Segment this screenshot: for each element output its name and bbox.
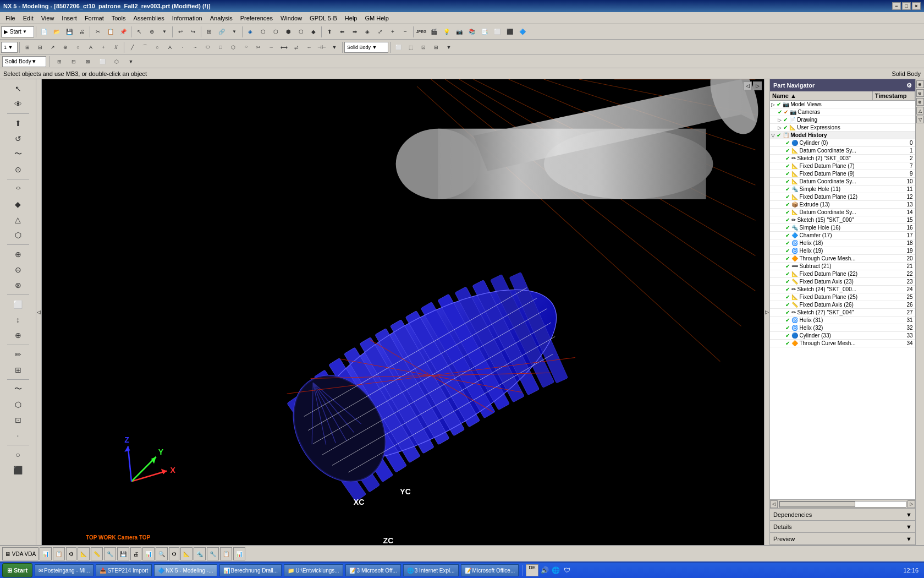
fillet-button[interactable]: ⌔ — [240, 41, 252, 53]
snap-text[interactable]: A — [85, 41, 97, 53]
viewport-3d[interactable]: X Y Z XC YC ZC TOP WORK Camera TOP ◁ ▷ — [42, 79, 764, 545]
tb-app-btn-2[interactable]: 📊 — [40, 547, 52, 560]
tb-app-btn-9[interactable]: 🖨 — [130, 547, 141, 560]
select-button[interactable]: ↖ — [133, 26, 145, 38]
menu-view[interactable]: View — [38, 14, 58, 23]
menu-tools[interactable]: Tools — [108, 14, 129, 23]
solid-dropdown[interactable]: Solid Body ▼ — [344, 42, 388, 53]
taskbar-app-posteingang[interactable]: ✉ Posteingang - Mi... — [35, 564, 94, 576]
boolean-tool[interactable]: ⊕ — [6, 247, 30, 261]
offset-button[interactable]: ⟷ — [278, 41, 290, 53]
ref4-button[interactable]: ⊞ — [430, 41, 442, 53]
preview-section[interactable]: Preview ▼ — [770, 533, 915, 545]
select-tool[interactable]: ↖ — [6, 81, 30, 96]
render-button[interactable]: ⬡ — [257, 26, 269, 38]
nav-row-user-expr[interactable]: ▷ ✔ 📐 User Expressions — [770, 124, 915, 132]
filter-btn-1[interactable]: ⊞ — [53, 56, 65, 68]
nav-row-helix-18[interactable]: ✔ 🌀 Helix (18) 18 — [770, 239, 915, 247]
layer2-button[interactable]: 📑 — [479, 26, 491, 38]
snap-arc[interactable]: ○ — [72, 41, 84, 53]
ref2-button[interactable]: ⬚ — [405, 41, 417, 53]
tb-app-btn-15[interactable]: 🔧 — [207, 547, 219, 560]
menu-window[interactable]: Window — [277, 14, 305, 23]
top-view-button[interactable]: ⬆ — [323, 26, 336, 38]
trim-button[interactable]: ✂ — [252, 41, 265, 53]
nav-row-fdp-9[interactable]: ✔ 📐 Fixed Datum Plane (9) 9 — [770, 170, 915, 178]
shade2-button[interactable]: ⬡ — [295, 26, 307, 38]
filter-btn-5[interactable]: ⬡ — [111, 56, 123, 68]
snap2-button[interactable]: ⊞ — [203, 26, 215, 38]
sphere-tool[interactable]: ○ — [6, 448, 30, 462]
fillet-tool[interactable]: ⌔ — [6, 182, 30, 196]
taskbar-app-msoff2[interactable]: 📝 Microsoft Office... — [461, 564, 519, 576]
nav-row-datum-cs-14[interactable]: ✔ 📐 Datum Coordinate Sy... 14 — [770, 209, 915, 216]
view-tool[interactable]: 👁 — [6, 97, 30, 111]
start-button[interactable]: ⊞ Start — [2, 563, 32, 577]
snap-int[interactable]: + — [97, 41, 109, 53]
nav-row-helix-19[interactable]: ✔ 🌀 Helix (19) 19 — [770, 247, 915, 255]
minimize-button[interactable]: − — [892, 2, 901, 10]
tb-app-btn-11[interactable]: 🔍 — [156, 547, 168, 560]
surface-tool[interactable]: ⬡ — [6, 397, 30, 412]
nav-row-fdp-7[interactable]: ✔ 📐 Fixed Datum Plane (7) 7 — [770, 162, 915, 170]
cut-button[interactable]: ✂ — [92, 26, 104, 38]
menu-preferences[interactable]: Preferences — [237, 14, 276, 23]
menu-analysis[interactable]: Analysis — [207, 14, 236, 23]
nav-row-cylinder-0[interactable]: ✔ 🔵 Cylinder (0) 0 — [770, 139, 915, 147]
snap-all[interactable]: ⊞ — [21, 41, 34, 53]
cam-button[interactable]: 📷 — [453, 26, 465, 38]
movie-button[interactable]: 🎬 — [428, 26, 440, 38]
collapse-right[interactable]: ▷ — [764, 79, 769, 545]
layer4-button[interactable]: ⬛ — [504, 26, 516, 38]
extend-button[interactable]: → — [265, 41, 277, 53]
zoom-out-button[interactable]: − — [399, 26, 411, 38]
menu-format[interactable]: Format — [81, 14, 107, 23]
tb-app-btn-5[interactable]: 📐 — [78, 547, 90, 560]
nav-row-chamfer-17[interactable]: ✔ 🔷 Chamfer (17) 17 — [770, 232, 915, 239]
taskbar-app-berechnung[interactable]: 📊 Berechnung Drall... — [219, 564, 282, 576]
circle-button[interactable]: ○ — [151, 41, 163, 53]
datum-cs-tool[interactable]: ⊕ — [6, 328, 30, 342]
dim-button[interactable]: ⊣⊢ — [316, 41, 328, 53]
nav-row-drawing[interactable]: ▷ ✔ 📄 Drawing — [770, 116, 915, 124]
gutter-btn-5[interactable]: ▽ — [916, 116, 924, 123]
revolve-tool[interactable]: ↺ — [6, 132, 30, 146]
ref5-button[interactable]: ▼ — [443, 41, 455, 53]
collapse-right-arrow[interactable]: ▷ — [753, 81, 762, 90]
tb-app-btn-3[interactable]: 📋 — [53, 547, 65, 560]
filter-dropdown[interactable]: Solid Body ▼ — [2, 56, 46, 67]
snap-button[interactable]: ⊕ — [146, 26, 158, 38]
ellipse-button[interactable]: ⬭ — [202, 41, 214, 53]
gutter-btn-3[interactable]: ⊗ — [916, 98, 924, 106]
nav-row-sketch-15[interactable]: ✔ ✏ Sketch (15) "SKT_000" 15 — [770, 216, 915, 224]
sketch2-tool[interactable]: ⊞ — [6, 363, 30, 377]
maximize-button[interactable]: □ — [902, 2, 911, 10]
nav-row-extrude-13[interactable]: ✔ 📦 Extrude (13) 13 — [770, 201, 915, 209]
draft-tool[interactable]: △ — [6, 212, 30, 227]
front-view-button[interactable]: ⬅ — [336, 26, 348, 38]
point-button[interactable]: · — [177, 41, 189, 53]
magnet2-button[interactable]: ▼ — [228, 26, 240, 38]
snap-end[interactable]: ↗ — [47, 41, 59, 53]
datum-axis-tool[interactable]: ↕ — [6, 313, 30, 327]
tb-app-btn-12[interactable]: ⚙ — [169, 547, 179, 560]
tb-app-btn-16[interactable]: 📋 — [220, 547, 232, 560]
hole-tool[interactable]: ⊙ — [6, 162, 30, 177]
nav-row-helix-32[interactable]: ✔ 🌀 Helix (32) 32 — [770, 324, 915, 332]
nav-row-model-views[interactable]: ▷ ✔ 📷 Model Views — [770, 101, 915, 108]
tb-app-btn-7[interactable]: 🔧 — [104, 547, 116, 560]
nav-row-cameras[interactable]: ✔ ✔ 📷 Cameras — [770, 108, 915, 116]
close-button[interactable]: × — [912, 2, 921, 10]
sketch-tool[interactable]: ✏ — [6, 347, 30, 362]
scroll-left[interactable]: ◁ — [770, 500, 778, 508]
collapse-left-arrow[interactable]: ◁ — [743, 81, 752, 90]
mesh-tool[interactable]: ⊡ — [6, 413, 30, 427]
tb-app-btn-17[interactable]: 📊 — [233, 547, 245, 560]
spline-button[interactable]: ~ — [189, 41, 201, 53]
nav-row-subtract-21[interactable]: ✔ ➖ Subtract (21) 21 — [770, 263, 915, 270]
save-button[interactable]: 💾 — [63, 26, 75, 38]
right-view-button[interactable]: ➡ — [349, 26, 361, 38]
tb-app-btn-8[interactable]: 💾 — [117, 547, 129, 560]
menu-information[interactable]: Information — [169, 14, 206, 23]
intersect-tool[interactable]: ⊗ — [6, 278, 30, 292]
